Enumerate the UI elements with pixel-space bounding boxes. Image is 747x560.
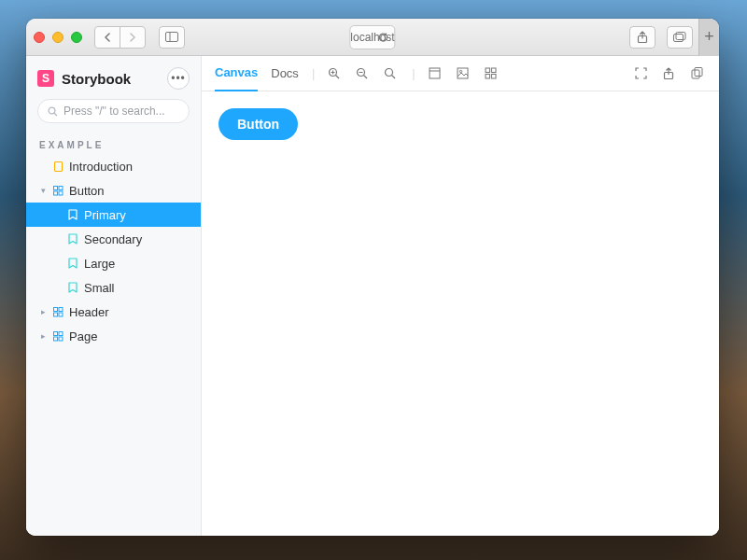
- zoom-in-icon[interactable]: [328, 67, 343, 80]
- toolbar-separator: |: [312, 66, 315, 80]
- tree-item-header[interactable]: ▸ Header: [26, 300, 201, 324]
- caret-right-icon: ▸: [39, 331, 47, 341]
- browser-window: localhost + S Storybook •••: [26, 19, 719, 536]
- svg-line-24: [364, 75, 368, 78]
- sidebar-menu-button[interactable]: •••: [167, 67, 190, 90]
- tree-item-button[interactable]: ▾ Button: [26, 178, 201, 203]
- storybook-sidebar: S Storybook ••• Press "/" to search... E…: [26, 56, 202, 536]
- tab-canvas[interactable]: Canvas: [215, 56, 258, 91]
- tree-label: Secondary: [84, 232, 142, 246]
- toolbar-right: [635, 67, 706, 80]
- story-icon: [67, 282, 78, 293]
- window-close-button[interactable]: [34, 32, 45, 43]
- svg-rect-8: [59, 186, 63, 189]
- preview-toolbar: Canvas Docs | |: [202, 56, 719, 91]
- svg-rect-9: [53, 191, 57, 195]
- document-icon: [52, 161, 63, 172]
- svg-rect-12: [59, 307, 63, 311]
- svg-rect-18: [59, 337, 63, 341]
- svg-rect-0: [166, 33, 178, 42]
- tree-label: Large: [84, 257, 115, 271]
- nav-forward-button[interactable]: [120, 26, 146, 49]
- story-icon: [67, 258, 78, 269]
- search-placeholder: Press "/" to search...: [63, 105, 165, 118]
- svg-rect-16: [59, 331, 63, 335]
- component-icon: [52, 330, 63, 342]
- tree-item-button-small[interactable]: Small: [26, 275, 201, 300]
- tree-item-button-primary[interactable]: Primary: [26, 203, 201, 227]
- tab-label: Docs: [271, 66, 299, 80]
- search-icon: [48, 106, 58, 117]
- sidebar-toggle-button[interactable]: [159, 26, 185, 49]
- tree-label: Primary: [84, 208, 126, 222]
- component-icon: [52, 306, 63, 317]
- svg-rect-28: [430, 68, 440, 78]
- fullscreen-icon[interactable]: [635, 67, 650, 80]
- tree-label: Introduction: [69, 160, 133, 174]
- toolbar-separator: |: [412, 66, 415, 80]
- svg-rect-33: [491, 68, 496, 73]
- svg-rect-10: [59, 191, 63, 195]
- viewport-icon[interactable]: [429, 67, 444, 79]
- storybook-main: Canvas Docs | |: [202, 56, 719, 536]
- open-new-tab-icon[interactable]: [663, 67, 678, 80]
- story-icon: [67, 233, 78, 245]
- nav-back-button[interactable]: [94, 26, 120, 49]
- sidebar-tree: Introduction ▾ Button Primary: [26, 154, 201, 348]
- tab-label: Canvas: [215, 65, 258, 79]
- svg-line-6: [54, 113, 57, 116]
- preview-canvas: Button: [202, 91, 719, 536]
- tree-label: Button: [69, 184, 105, 198]
- browser-titlebar: localhost +: [26, 19, 719, 56]
- background-icon[interactable]: [457, 67, 472, 79]
- sidebar-header: S Storybook •••: [26, 56, 201, 99]
- svg-rect-17: [53, 337, 57, 341]
- svg-rect-37: [692, 70, 699, 78]
- window-minimize-button[interactable]: [52, 32, 63, 43]
- svg-point-5: [49, 107, 55, 114]
- sidebar-search[interactable]: Press "/" to search...: [37, 99, 190, 123]
- story-icon: [67, 209, 78, 220]
- storybook-brand: Storybook: [62, 71, 131, 87]
- component-icon: [52, 185, 63, 196]
- storybook-app: S Storybook ••• Press "/" to search... E…: [26, 56, 719, 536]
- storybook-logo-icon: S: [37, 70, 54, 87]
- tree-item-button-large[interactable]: Large: [26, 251, 201, 275]
- grid-icon[interactable]: [485, 67, 500, 79]
- button-label: Button: [237, 117, 279, 132]
- share-button[interactable]: [629, 26, 655, 49]
- tree-item-button-secondary[interactable]: Secondary: [26, 227, 201, 251]
- svg-rect-4: [676, 32, 685, 39]
- nav-back-forward: [95, 26, 146, 49]
- address-bar[interactable]: localhost: [349, 25, 395, 49]
- svg-line-20: [336, 75, 340, 78]
- copy-link-icon[interactable]: [691, 67, 706, 80]
- svg-rect-11: [53, 307, 57, 311]
- svg-rect-3: [674, 34, 684, 41]
- browser-right-tools: +: [624, 19, 712, 56]
- svg-line-27: [392, 75, 396, 78]
- svg-rect-30: [458, 68, 468, 78]
- reload-icon[interactable]: [378, 32, 389, 43]
- tree-item-introduction[interactable]: Introduction: [26, 154, 201, 178]
- svg-rect-32: [486, 68, 490, 73]
- window-controls: [34, 32, 82, 43]
- preview-button-primary[interactable]: Button: [218, 108, 298, 140]
- tree-item-page[interactable]: ▸ Page: [26, 324, 201, 348]
- svg-rect-15: [53, 331, 57, 335]
- svg-rect-34: [486, 75, 490, 79]
- tab-docs[interactable]: Docs: [271, 56, 299, 91]
- tree-label: Small: [84, 281, 115, 295]
- sidebar-section-label: EXAMPLE: [26, 133, 201, 154]
- svg-rect-13: [53, 313, 57, 316]
- svg-rect-14: [59, 313, 63, 316]
- caret-down-icon: ▾: [39, 186, 47, 195]
- svg-rect-38: [695, 67, 702, 76]
- new-tab-button[interactable]: +: [698, 19, 719, 56]
- tabs-button[interactable]: [667, 26, 693, 49]
- caret-right-icon: ▸: [39, 307, 47, 316]
- svg-point-26: [386, 68, 393, 76]
- zoom-reset-icon[interactable]: [384, 67, 399, 80]
- window-maximize-button[interactable]: [71, 32, 82, 43]
- zoom-out-icon[interactable]: [356, 67, 371, 80]
